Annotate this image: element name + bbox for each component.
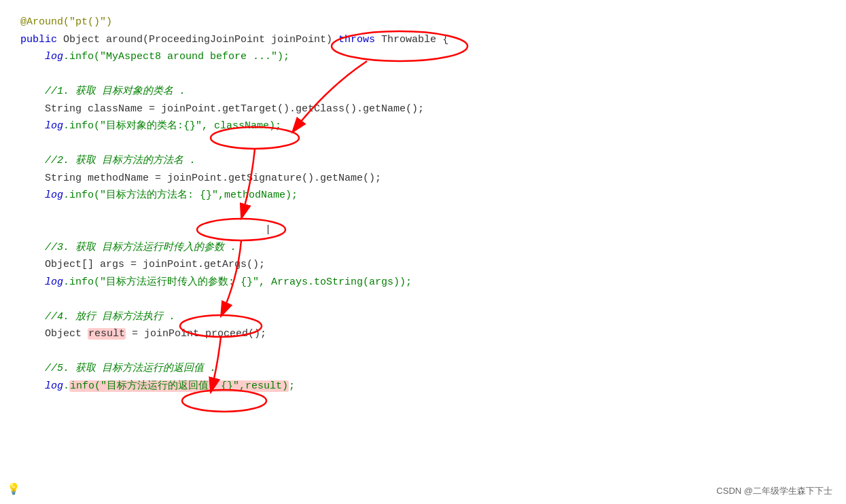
code-object: Object: [57, 34, 100, 46]
code-line-9: //2. 获取 目标方法的方法名 .: [20, 152, 826, 170]
highlight-info: info("目标方法运行的返回值: {}",result): [69, 380, 289, 392]
log-method-4: log: [45, 276, 63, 288]
code-line-empty-2: [20, 135, 826, 153]
footer-text: CSDN @二年级学生森下下士: [716, 485, 832, 497]
code-line-empty-5: [20, 343, 826, 361]
comment-5: //5. 获取 目标方法运行的返回值 .: [45, 363, 216, 374]
code-method-name: around: [100, 34, 143, 46]
log-method-5: log: [45, 380, 63, 392]
code-params: (ProceedingJoinPoint joinPoint): [143, 34, 332, 46]
annotation-around: @Around("pt()"): [20, 16, 112, 28]
code-line-13: //3. 获取 目标方法运行时传入的参数 .: [20, 239, 826, 257]
code-line-2: public Object around(ProceedingJoinPoint…: [20, 31, 826, 49]
code-line-21: log.info("目标方法运行的返回值: {}",result);: [20, 378, 826, 395]
code-line-17: //4. 放行 目标方法执行 .: [20, 308, 826, 326]
log-string-4: .info("目标方法运行时传入的参数: {}", Arrays.toStrin…: [63, 276, 412, 288]
code-line-14: Object[] args = joinPoint.getArgs();: [20, 256, 826, 274]
code-line-7: log.info("目标对象的类名:{}", className);: [20, 118, 826, 135]
log-method-3: log: [45, 190, 63, 201]
lightbulb-icon: 💡: [7, 482, 20, 496]
log-method-1: log: [45, 51, 63, 62]
keyword-throws: throws: [332, 34, 375, 46]
comment-3: //3. 获取 目标方法运行时传入的参数 .: [45, 242, 236, 253]
code-line-15: log.info("目标方法运行时传入的参数: {}", Arrays.toSt…: [20, 274, 826, 291]
comment-1: //1. 获取 目标对象的类名 .: [45, 86, 186, 97]
log-string-1: .info("MyAspect8 around before ...");: [63, 51, 289, 62]
keyword-public: public: [20, 34, 57, 46]
highlight-result: result: [88, 328, 126, 340]
code-line-20: //5. 获取 目标方法运行的返回值 .: [20, 360, 826, 378]
comment-4: //4. 放行 目标方法执行 .: [45, 311, 175, 323]
code-line-empty-3: [20, 204, 826, 222]
code-line-empty-1: [20, 66, 826, 84]
code-line-1: @Around("pt()"): [20, 14, 826, 31]
comment-2: //2. 获取 目标方法的方法名 .: [45, 155, 196, 166]
code-line-6: String className = joinPoint.getTarget()…: [20, 101, 826, 118]
code-area: @Around("pt()") public Object around(Pro…: [0, 0, 846, 408]
code-line-18: Object result = joinPoint.proceed();: [20, 325, 826, 343]
log-string-5: .info("目标方法运行的返回值: {}",result);: [63, 380, 295, 392]
log-method-2: log: [45, 120, 63, 132]
code-line-11: log.info("目标方法的方法名: {}",methodName);: [20, 187, 826, 204]
log-string-2: .info("目标对象的类名:{}", className);: [63, 120, 281, 132]
code-line-10: String methodName = joinPoint.getSignatu…: [20, 170, 826, 187]
code-line-empty-4: [20, 291, 826, 308]
cursor-line: |: [20, 221, 826, 239]
log-string-3: .info("目标方法的方法名: {}",methodName);: [63, 190, 298, 201]
code-line-5: //1. 获取 目标对象的类名 .: [20, 83, 826, 101]
code-throwable: Throwable {: [375, 34, 448, 46]
code-line-3: log.info("MyAspect8 around before ...");: [20, 48, 826, 66]
